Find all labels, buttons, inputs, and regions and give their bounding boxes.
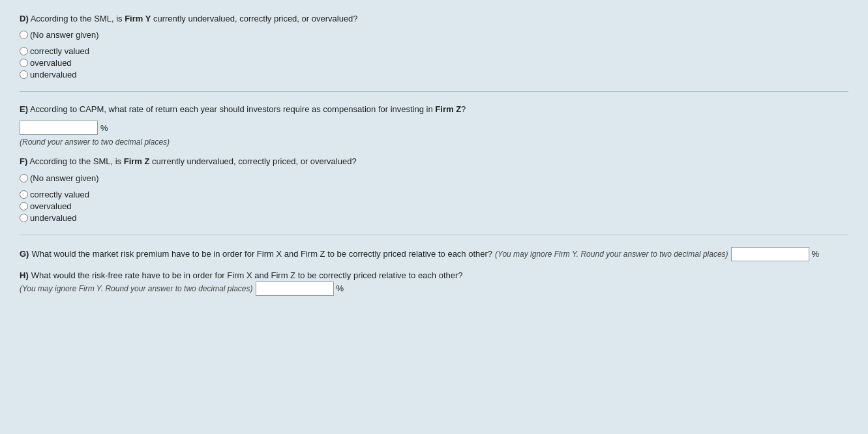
question-g-text: What would the market risk premium have … bbox=[31, 249, 492, 259]
firm-z-f-label: Firm Z bbox=[124, 156, 150, 166]
radio-f-no-answer-input[interactable] bbox=[20, 174, 28, 182]
radio-d-correctly-input[interactable] bbox=[20, 47, 28, 55]
question-h-text: What would the risk-free rate have to be… bbox=[31, 270, 463, 280]
question-d-label: D) According to the SML, is Firm Y curre… bbox=[20, 13, 848, 25]
radio-f-correctly-label[interactable]: correctly valued bbox=[30, 190, 89, 199]
section-d-letter: D) bbox=[20, 14, 29, 23]
section-d: D) According to the SML, is Firm Y curre… bbox=[20, 13, 848, 80]
section-f: F) According to the SML, is Firm Z curre… bbox=[20, 156, 848, 222]
e-input-group: % bbox=[20, 121, 848, 135]
question-f-text-post: currently undervalued, correctly priced,… bbox=[149, 156, 356, 166]
question-f-text-pre: According to the SML, is bbox=[29, 156, 124, 166]
radio-f-no-answer-label[interactable]: (No answer given) bbox=[30, 173, 99, 183]
divider-de bbox=[20, 91, 848, 92]
radio-f-overvalued[interactable]: overvalued bbox=[20, 201, 848, 211]
radio-f-overvalued-input[interactable] bbox=[20, 202, 28, 210]
radio-d-correctly-label[interactable]: correctly valued bbox=[30, 46, 89, 56]
h-percent-symbol: % bbox=[337, 283, 344, 293]
radio-f-overvalued-label[interactable]: overvalued bbox=[30, 201, 72, 211]
radio-d-no-answer-input[interactable] bbox=[20, 31, 28, 39]
radio-d-undervalued[interactable]: undervalued bbox=[20, 70, 848, 80]
radio-d-overvalued-input[interactable] bbox=[20, 59, 28, 67]
g-answer-input[interactable] bbox=[731, 247, 809, 261]
section-g: G) What would the market risk premium ha… bbox=[20, 247, 848, 261]
firm-y-label: Firm Y bbox=[125, 14, 151, 23]
radio-d-no-answer-label[interactable]: (No answer given) bbox=[30, 30, 99, 40]
firm-z-e-label: Firm Z bbox=[435, 104, 461, 114]
g-italic-note: (You may ignore Firm Y. Round your answe… bbox=[495, 250, 728, 259]
e-answer-input[interactable] bbox=[20, 121, 98, 135]
radio-f-undervalued[interactable]: undervalued bbox=[20, 213, 848, 223]
radio-d-correctly[interactable]: correctly valued bbox=[20, 46, 848, 56]
radio-d-undervalued-input[interactable] bbox=[20, 70, 28, 79]
section-h-input-row: (You may ignore Firm Y. Round your answe… bbox=[20, 282, 848, 296]
e-hint: (Round your answer to two decimal places… bbox=[20, 137, 848, 147]
question-d-text-post: currently undervalued, correctly priced,… bbox=[151, 14, 357, 23]
radio-f-undervalued-label[interactable]: undervalued bbox=[30, 213, 77, 223]
radio-d-undervalued-label[interactable]: undervalued bbox=[30, 70, 77, 80]
section-f-letter: F) bbox=[20, 156, 27, 166]
h-answer-input[interactable] bbox=[256, 282, 334, 296]
h-italic-note: (You may ignore Firm Y. Round your answe… bbox=[20, 284, 253, 293]
radio-f-correctly-input[interactable] bbox=[20, 190, 28, 199]
section-e: E) According to CAPM, what rate of retur… bbox=[20, 104, 848, 147]
radio-d-overvalued-label[interactable]: overvalued bbox=[30, 58, 72, 68]
question-f-label: F) According to the SML, is Firm Z curre… bbox=[20, 156, 848, 167]
e-percent-symbol: % bbox=[100, 123, 108, 133]
radio-f-no-answer[interactable]: (No answer given) bbox=[20, 173, 848, 183]
question-e-text-post: ? bbox=[461, 104, 466, 114]
section-h-letter: H) bbox=[20, 270, 29, 280]
question-e-label: E) According to CAPM, what rate of retur… bbox=[20, 104, 848, 115]
g-percent-symbol: % bbox=[812, 249, 820, 259]
page-container: D) According to the SML, is Firm Y curre… bbox=[0, 0, 868, 315]
question-e-text-pre: According to CAPM, what rate of return e… bbox=[30, 104, 435, 114]
section-h: H) What would the risk-free rate have to… bbox=[20, 270, 848, 280]
section-h-block: H) What would the risk-free rate have to… bbox=[20, 270, 848, 296]
radio-d-overvalued[interactable]: overvalued bbox=[20, 58, 848, 68]
section-g-letter: G) bbox=[20, 249, 29, 259]
radio-f-undervalued-input[interactable] bbox=[20, 214, 28, 222]
section-e-letter: E) bbox=[20, 104, 28, 114]
divider-fg bbox=[20, 235, 848, 235]
question-d-text-pre: According to the SML, is bbox=[31, 14, 125, 23]
radio-f-correctly[interactable]: correctly valued bbox=[20, 190, 848, 199]
radio-d-no-answer[interactable]: (No answer given) bbox=[20, 30, 848, 40]
